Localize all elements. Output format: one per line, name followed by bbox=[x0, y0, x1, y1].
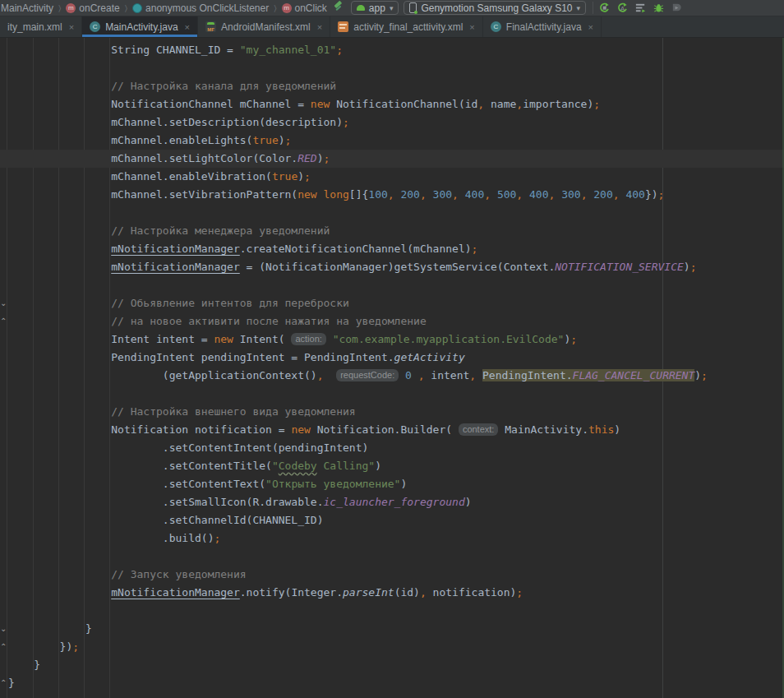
chevron-down-icon: ▾ bbox=[390, 4, 394, 12]
close-icon[interactable]: × bbox=[317, 22, 322, 32]
tab-label: FinalActtivity.java bbox=[506, 21, 582, 33]
code-line[interactable]: .setContentTitle("Codeby Calling") bbox=[0, 457, 784, 475]
attach-debugger-icon[interactable] bbox=[671, 2, 683, 14]
code-line[interactable] bbox=[0, 276, 784, 294]
code-line[interactable]: } bbox=[0, 674, 784, 692]
breadcrumb-label: MainActivity bbox=[1, 2, 53, 14]
code-line[interactable]: }); bbox=[0, 638, 784, 656]
editor-tab[interactable]: activity_final_acttivity.xml× bbox=[330, 16, 483, 37]
code-line[interactable]: // Запуск уведомления bbox=[0, 566, 784, 584]
code-line[interactable]: mNotificationManager.createNotificationC… bbox=[0, 240, 784, 258]
breadcrumb-item[interactable]: monClick bbox=[282, 2, 327, 14]
code-line[interactable]: .setContentText("Открыть уведомление") bbox=[0, 475, 784, 493]
code-line[interactable]: .setSmallIcon(R.drawable.ic_launcher_for… bbox=[0, 493, 784, 511]
java-class-icon: C bbox=[90, 21, 100, 32]
java-class-icon: C bbox=[491, 21, 501, 32]
editor-tab[interactable]: CFinalActtivity.java× bbox=[483, 16, 602, 37]
editor-tab-bar: ity_main.xml×CMainActivity.java×MFAndroi… bbox=[0, 16, 784, 38]
code-line[interactable]: String CHANNEL_ID = "my_channel_01"; bbox=[0, 41, 784, 59]
code-line[interactable]: Notification notification = new Notifica… bbox=[0, 421, 784, 439]
apply-code-changes-icon[interactable]: A bbox=[616, 2, 629, 14]
code-line[interactable]: PendingIntent pendingIntent = PendingInt… bbox=[0, 349, 784, 367]
code-line[interactable]: mChannel.enableLights(true); bbox=[0, 132, 784, 150]
debug-icon[interactable] bbox=[653, 2, 665, 14]
build-hammer-icon[interactable] bbox=[332, 0, 344, 16]
svg-text:A: A bbox=[620, 5, 625, 12]
code-line[interactable]: // Обьявление интентов для переброски bbox=[0, 294, 784, 312]
code-line[interactable]: Intent intent = new Intent( action: "com… bbox=[0, 331, 784, 349]
toolbar-actions: A bbox=[593, 2, 683, 14]
method-icon: m bbox=[282, 3, 292, 13]
breadcrumb: MainActivity〉monCreate〉anonymous OnClick… bbox=[0, 2, 327, 14]
tab-label: MainActivity.java bbox=[105, 21, 178, 33]
code-line[interactable]: mChannel.setVibrationPattern(new long[]{… bbox=[0, 186, 784, 204]
close-icon[interactable]: × bbox=[69, 22, 74, 32]
code-line[interactable]: // Настройка канала для уведомлений bbox=[0, 77, 784, 95]
code-line[interactable] bbox=[0, 59, 784, 77]
android-icon bbox=[357, 5, 365, 11]
code-line[interactable]: .setChannelId(CHANNEL_ID) bbox=[0, 511, 784, 529]
code-line[interactable]: mChannel.setDescription(description); bbox=[0, 113, 784, 132]
breadcrumb-label: anonymous OnClickListener bbox=[145, 2, 269, 14]
close-icon[interactable]: × bbox=[588, 22, 593, 32]
code-line[interactable]: } bbox=[0, 620, 784, 638]
fold-marker[interactable]: ⌄ bbox=[0, 620, 8, 638]
run-configuration-select[interactable]: app ▾ bbox=[351, 1, 399, 15]
breadcrumb-separator: 〉 bbox=[274, 3, 276, 13]
parameter-hint-chip: requestCode: bbox=[336, 369, 399, 381]
device-phone-icon bbox=[409, 2, 417, 13]
editor-tab[interactable]: ity_main.xml× bbox=[0, 16, 82, 37]
parameter-hint-chip: context: bbox=[459, 423, 499, 436]
device-label: Genymotion Samsung Galaxy S10 bbox=[421, 2, 572, 14]
profiler-icon[interactable] bbox=[634, 2, 647, 14]
chevron-down-icon: ▾ bbox=[577, 4, 581, 12]
apply-changes-icon[interactable] bbox=[598, 2, 611, 14]
tab-label: AndroidManifest.xml bbox=[221, 21, 311, 33]
code-line[interactable] bbox=[0, 204, 784, 222]
code-line[interactable]: .build(); bbox=[0, 529, 784, 548]
code-line[interactable] bbox=[0, 385, 784, 403]
code-line[interactable]: .setContentIntent(pendingIntent) bbox=[0, 439, 784, 457]
code-line[interactable] bbox=[0, 548, 784, 566]
device-select[interactable]: Genymotion Samsung Galaxy S10 ▾ bbox=[404, 1, 586, 15]
code-line[interactable]: NotificationChannel mChannel = new Notif… bbox=[0, 95, 784, 113]
breadcrumb-separator: 〉 bbox=[58, 3, 61, 13]
code-line[interactable] bbox=[0, 602, 784, 620]
code-area[interactable]: String CHANNEL_ID = "my_channel_01"; // … bbox=[0, 41, 784, 692]
code-line[interactable]: // Настройка внешнего вида уведомления bbox=[0, 403, 784, 421]
breadcrumb-item[interactable]: anonymous OnClickListener bbox=[132, 2, 269, 14]
code-line[interactable]: mNotificationManager = (NotificationMana… bbox=[0, 258, 784, 276]
run-configuration-label: app bbox=[369, 2, 385, 14]
fold-marker[interactable]: ⌄ bbox=[0, 294, 8, 312]
parameter-hint-chip: action: bbox=[291, 333, 325, 345]
main-toolbar: MainActivity〉monCreate〉anonymous OnClick… bbox=[0, 0, 784, 16]
layout-xml-file-icon bbox=[338, 21, 348, 32]
code-line[interactable]: mNotificationManager.notify(Integer.pars… bbox=[0, 584, 784, 602]
breadcrumb-item[interactable]: MainActivity bbox=[1, 2, 53, 14]
breadcrumb-item[interactable]: monCreate bbox=[66, 2, 119, 14]
close-icon[interactable]: × bbox=[469, 22, 474, 32]
anonymous-class-icon bbox=[132, 3, 142, 13]
code-line[interactable]: mChannel.enableVibration(true); bbox=[0, 168, 784, 186]
tab-label: ity_main.xml bbox=[7, 21, 62, 33]
code-line[interactable]: mChannel.setLightColor(Color.RED); bbox=[0, 150, 784, 168]
code-line[interactable]: (getApplicationContext(), requestCode: 0… bbox=[0, 367, 784, 385]
breadcrumb-label: onClick bbox=[295, 2, 327, 14]
fold-marker[interactable]: ⌃ bbox=[0, 638, 8, 656]
editor-tab[interactable]: MFAndroidManifest.xml× bbox=[198, 16, 330, 37]
fold-marker[interactable]: ⌃ bbox=[0, 674, 8, 692]
breadcrumb-separator: 〉 bbox=[125, 3, 127, 13]
tab-label: activity_final_acttivity.xml bbox=[353, 21, 463, 33]
breadcrumb-label: onCreate bbox=[79, 2, 119, 14]
editor-tab[interactable]: CMainActivity.java× bbox=[82, 16, 198, 37]
fold-marker[interactable]: ⌃ bbox=[0, 312, 8, 331]
method-icon: m bbox=[66, 3, 76, 13]
code-line[interactable]: } bbox=[0, 656, 784, 674]
manifest-file-icon: MF bbox=[205, 21, 216, 32]
code-editor[interactable]: String CHANNEL_ID = "my_channel_01"; // … bbox=[0, 38, 784, 698]
code-line[interactable]: // Настройка менеджера уведомлений bbox=[0, 222, 784, 240]
close-icon[interactable]: × bbox=[185, 22, 190, 32]
code-line[interactable]: // на новое активити после нажатия на ув… bbox=[0, 312, 784, 331]
